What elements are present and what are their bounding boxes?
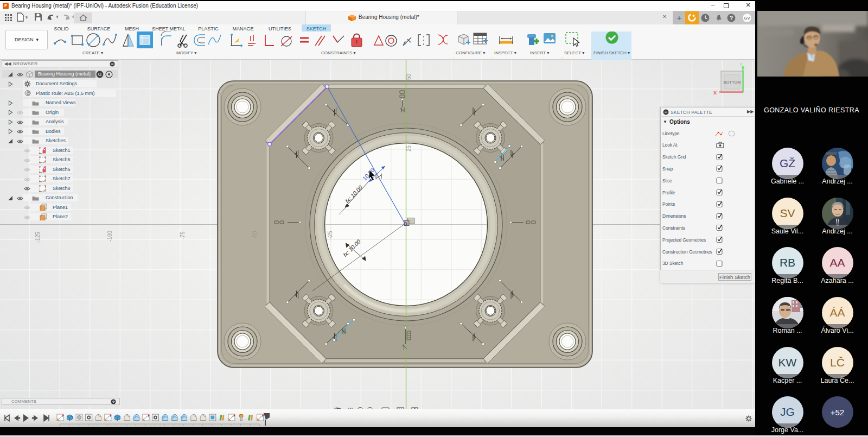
svg-text:-25: -25 (327, 231, 333, 239)
svg-text:50: 50 (406, 73, 412, 80)
svg-text:X: X (713, 90, 717, 96)
svg-text:BOTTOM: BOTTOM (724, 80, 741, 85)
svg-text:-75: -75 (180, 231, 186, 239)
svg-text:-125: -125 (35, 232, 41, 243)
svg-text:-100: -100 (107, 231, 113, 242)
svg-text:Y: Y (739, 62, 743, 67)
svg-text:-50: -50 (252, 231, 258, 239)
svg-text:G: G (98, 72, 102, 77)
svg-text:25: 25 (406, 145, 412, 151)
